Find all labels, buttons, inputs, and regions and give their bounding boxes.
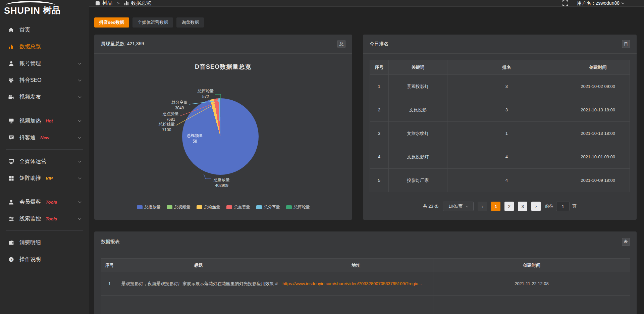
goto-page-input[interactable] bbox=[556, 202, 570, 211]
ranking-panel-title: 今日排名 bbox=[370, 41, 388, 47]
tools-badge: Tools bbox=[46, 216, 57, 221]
page-button-1[interactable]: 1 bbox=[491, 202, 500, 211]
sidebar-divider bbox=[6, 109, 83, 109]
sidebar-item-all-media[interactable]: 全媒体运营 bbox=[0, 153, 89, 170]
report-panel: 数据报表 表 序号 标题 地址 创建时间 1 景观投影灯，夜游景观投影灯厂 bbox=[94, 231, 637, 314]
chevron-down-icon bbox=[466, 204, 468, 207]
breadcrumb-item-data-overview[interactable]: 数据总览 bbox=[124, 0, 151, 6]
page-size-select[interactable]: 10条/页 bbox=[443, 202, 474, 211]
tab-all-media-data[interactable]: 全媒体运营数据 bbox=[132, 17, 173, 28]
sidebar: SHUPIN 树品 首页 数据总览 账号管理 抖音SEO bbox=[0, 0, 89, 314]
goto-unit-label: 页 bbox=[572, 203, 577, 209]
tools-badge: Tools bbox=[46, 200, 57, 205]
pie-label-fans: 总粉丝量7100 bbox=[147, 121, 187, 133]
sidebar-item-video-heating[interactable]: 视频加热 Hot bbox=[0, 112, 89, 129]
legend-swatch bbox=[226, 205, 232, 209]
report-panel-title: 数据报表 bbox=[101, 239, 120, 245]
sidebar-divider bbox=[6, 190, 83, 190]
pie-label-likes: 总点赞量7681 bbox=[151, 111, 191, 122]
table-row: 5 投影灯厂家 4 2021-10-09 18:00 bbox=[370, 169, 630, 192]
overview-panel: 展现量总数: 421,369 总 D音SEO数据量总览 总评论量572 bbox=[94, 35, 352, 220]
fullscreen-icon[interactable] bbox=[562, 0, 568, 6]
sidebar-item-lead-monitor[interactable]: 线索监控 Tools bbox=[0, 210, 89, 227]
chevron-down-icon bbox=[78, 159, 82, 163]
user-menu[interactable]: 用户名：zswodun88 bbox=[577, 0, 624, 6]
table-row: 1 景观投影灯 3 2021-10-02 09:00 bbox=[370, 75, 630, 98]
legend-item-likes[interactable]: 总点赞量 bbox=[226, 204, 250, 210]
app-logo: SHUPIN 树品 bbox=[0, 0, 89, 17]
chevron-down-icon bbox=[78, 78, 82, 82]
member-icon bbox=[8, 199, 14, 205]
tab-inquiry-data[interactable]: 询盘数据 bbox=[176, 17, 204, 28]
video-camera-icon bbox=[8, 94, 14, 100]
legend-swatch bbox=[286, 205, 292, 209]
legend-item-comments[interactable]: 总评论量 bbox=[286, 204, 310, 210]
sidebar-item-douyin-seo[interactable]: 抖音SEO bbox=[0, 72, 89, 89]
pie-label-shares: 总分享量3049 bbox=[159, 100, 200, 111]
goto-label: 前往 bbox=[545, 203, 553, 209]
app-square-icon bbox=[96, 1, 100, 5]
question-icon: ? bbox=[8, 257, 14, 262]
username-label: 用户名：zswodun88 bbox=[577, 0, 620, 6]
bar-chart-icon bbox=[8, 45, 14, 49]
day-mode-button[interactable]: 日 bbox=[622, 40, 630, 48]
chevron-down-icon bbox=[78, 61, 82, 65]
legend-item-shares[interactable]: 总分享量 bbox=[256, 204, 280, 210]
grid-icon bbox=[8, 175, 14, 181]
table-mode-button[interactable]: 表 bbox=[622, 238, 630, 246]
sidebar-divider bbox=[6, 230, 83, 231]
page-button-2[interactable]: 2 bbox=[504, 202, 514, 211]
vip-badge: VIP bbox=[46, 176, 53, 181]
chevron-down-icon bbox=[78, 119, 82, 122]
page-button-3[interactable]: 3 bbox=[518, 202, 527, 211]
legend-swatch bbox=[256, 205, 262, 209]
ranking-panel: 今日排名 日 序号 关键词 排名 创建时间 bbox=[363, 35, 637, 220]
sidebar-item-data-overview[interactable]: 数据总览 bbox=[0, 38, 89, 55]
sliders-icon bbox=[8, 216, 14, 221]
overview-total-value: 421,369 bbox=[127, 41, 144, 46]
sidebar-divider bbox=[6, 149, 83, 150]
chat-icon bbox=[8, 135, 14, 140]
hot-badge: Hot bbox=[46, 118, 53, 123]
chevron-down-icon bbox=[78, 95, 82, 98]
pie-label-comments: 总评论量572 bbox=[185, 88, 226, 100]
legend-item-videos[interactable]: 总视频量 bbox=[167, 204, 191, 210]
sidebar-item-member-baoke[interactable]: 会员爆客 Tools bbox=[0, 194, 89, 210]
sidebar-item-instructions[interactable]: ? 操作说明 bbox=[0, 251, 89, 268]
overview-total-label: 展现量总数: 421,369 bbox=[101, 41, 144, 47]
pagination: 共 23 条 10条/页 ‹ 1 2 3 › 前往 页 bbox=[363, 202, 637, 211]
sidebar-item-matrix-boost[interactable]: 矩阵助推 VIP bbox=[0, 170, 89, 187]
gear-icon bbox=[8, 77, 14, 83]
table-header-row: 序号 关键词 排名 创建时间 bbox=[370, 60, 630, 75]
monitor-icon bbox=[8, 159, 14, 164]
topbar: 树品 > 数据总览 用户名：zswodun88 bbox=[89, 0, 644, 7]
ranking-table: 序号 关键词 排名 创建时间 1 景观投影灯 3 2021-10-02 09:0… bbox=[370, 60, 630, 192]
video-share-link[interactable]: https://www.iesdouyin.com/share/video/70… bbox=[282, 281, 422, 286]
legend-swatch bbox=[197, 205, 202, 209]
pie-label-plays: 总播放量402909 bbox=[202, 177, 242, 189]
report-table: 序号 标题 地址 创建时间 1 景观投影灯，夜游景观投影灯厂家展示展示落花灯在花… bbox=[101, 258, 630, 314]
legend-item-plays[interactable]: 总播放量 bbox=[137, 204, 161, 210]
sidebar-item-doukutong[interactable]: 抖客通 New bbox=[0, 129, 89, 146]
sidebar-item-expense-detail[interactable]: 消费明细 bbox=[0, 234, 89, 251]
bar-chart-icon bbox=[124, 1, 128, 5]
next-page-button[interactable]: › bbox=[531, 202, 541, 211]
content-area: 抖音seo数据 全媒体运营数据 询盘数据 展现量总数: 421,369 总 D音… bbox=[89, 7, 644, 314]
svg-text:?: ? bbox=[10, 257, 12, 261]
breadcrumb-item-shupin[interactable]: 树品 bbox=[96, 0, 112, 6]
tab-douyin-seo-data[interactable]: 抖音seo数据 bbox=[94, 17, 129, 28]
pie-label-videos: 总视频量58 bbox=[175, 133, 215, 144]
legend-swatch bbox=[167, 205, 172, 209]
sidebar-item-video-publish[interactable]: 视频发布 bbox=[0, 89, 89, 105]
total-mode-button[interactable]: 总 bbox=[337, 40, 345, 48]
breadcrumb-separator: > bbox=[117, 1, 120, 6]
chevron-down-icon bbox=[78, 136, 82, 139]
user-icon bbox=[8, 61, 14, 66]
chevron-down-icon bbox=[78, 217, 82, 220]
table-header-row: 序号 标题 地址 创建时间 bbox=[101, 259, 630, 272]
chevron-down-icon bbox=[78, 176, 82, 179]
prev-page-button[interactable]: ‹ bbox=[478, 202, 487, 211]
sidebar-item-account[interactable]: 账号管理 bbox=[0, 55, 89, 72]
sidebar-item-home[interactable]: 首页 bbox=[0, 21, 89, 38]
legend-item-fans[interactable]: 总粉丝量 bbox=[197, 204, 220, 210]
